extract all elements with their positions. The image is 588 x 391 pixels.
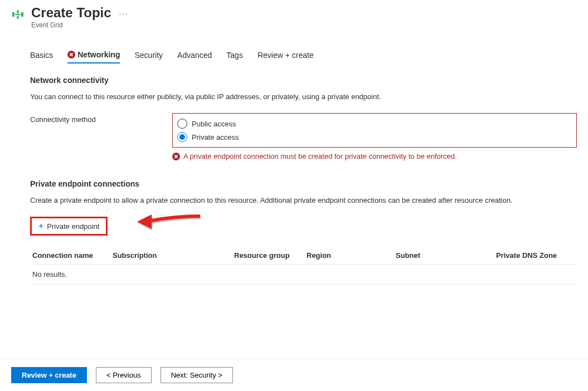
tab-basics[interactable]: Basics [30, 50, 53, 63]
radio-label: Private access [192, 133, 239, 141]
radio-public-access[interactable]: Public access [177, 117, 572, 130]
content-area: Network connectivity You can connect to … [0, 63, 588, 285]
section-desc-network: You can connect to this resource either … [30, 92, 577, 101]
field-label: Connectivity method [30, 113, 172, 124]
page-header: Create Topic Event Grid ··· [0, 0, 588, 29]
error-icon [67, 51, 75, 58]
page-title: Create Topic [31, 4, 111, 21]
tab-networking[interactable]: Networking [67, 50, 120, 63]
annotation-arrow-icon [136, 210, 203, 238]
svg-rect-4 [17, 16, 19, 19]
col-header-dns-zone: Private DNS Zone [496, 251, 577, 260]
col-header-name: Connection name [30, 251, 113, 260]
svg-rect-3 [17, 10, 19, 13]
section-title-network: Network connectivity [30, 76, 577, 85]
connectivity-radio-group: Public access Private access [172, 113, 577, 148]
wizard-footer: Review + create < Previous Next: Securit… [0, 359, 588, 391]
section-desc-pe: Create a private endpoint to allow a pri… [30, 196, 577, 204]
svg-rect-1 [21, 12, 23, 17]
error-icon [172, 153, 180, 160]
no-results-text: No results. [30, 270, 113, 278]
connectivity-error: A private endpoint connection must be cr… [172, 152, 577, 160]
page-subtitle: Event Grid [31, 21, 111, 29]
annotation-highlight: + Private endpoint [30, 217, 108, 236]
field-connectivity-method: Connectivity method Public access Privat… [30, 113, 577, 160]
review-create-button[interactable]: Review + create [11, 367, 87, 383]
col-header-region: Region [307, 251, 396, 260]
col-header-subnet: Subnet [396, 251, 496, 260]
error-text: A private endpoint connection must be cr… [183, 152, 457, 160]
table-row: No results. [30, 265, 577, 285]
tab-tags[interactable]: Tags [226, 50, 243, 63]
col-header-subscription: Subscription [113, 251, 234, 260]
col-header-resource-group: Resource group [234, 251, 307, 260]
svg-rect-0 [12, 12, 14, 17]
tab-security[interactable]: Security [134, 50, 163, 63]
plus-icon: + [38, 222, 43, 231]
service-icon [11, 8, 25, 21]
tab-review[interactable]: Review + create [257, 50, 314, 63]
add-private-endpoint-button[interactable]: + Private endpoint [34, 219, 104, 233]
tab-label: Advanced [177, 51, 212, 60]
previous-button[interactable]: < Previous [96, 367, 152, 383]
radio-label: Public access [192, 120, 236, 128]
button-label: Private endpoint [47, 222, 99, 231]
radio-private-access[interactable]: Private access [177, 130, 572, 144]
tab-label: Review + create [257, 51, 314, 60]
radio-icon [177, 132, 187, 142]
tab-label: Basics [30, 51, 53, 60]
section-title-pe: Private endpoint connections [30, 179, 577, 188]
tab-label: Tags [226, 51, 243, 60]
svg-rect-2 [15, 14, 21, 15]
tab-label: Security [134, 51, 163, 60]
more-actions-button[interactable]: ··· [119, 4, 129, 18]
table-header: Connection name Subscription Resource gr… [30, 245, 577, 265]
tab-strip: Basics Networking Security Advanced Tags… [0, 29, 588, 63]
next-button[interactable]: Next: Security > [161, 367, 233, 383]
tab-advanced[interactable]: Advanced [177, 50, 212, 63]
tab-label: Networking [77, 50, 120, 59]
radio-icon [177, 119, 187, 129]
